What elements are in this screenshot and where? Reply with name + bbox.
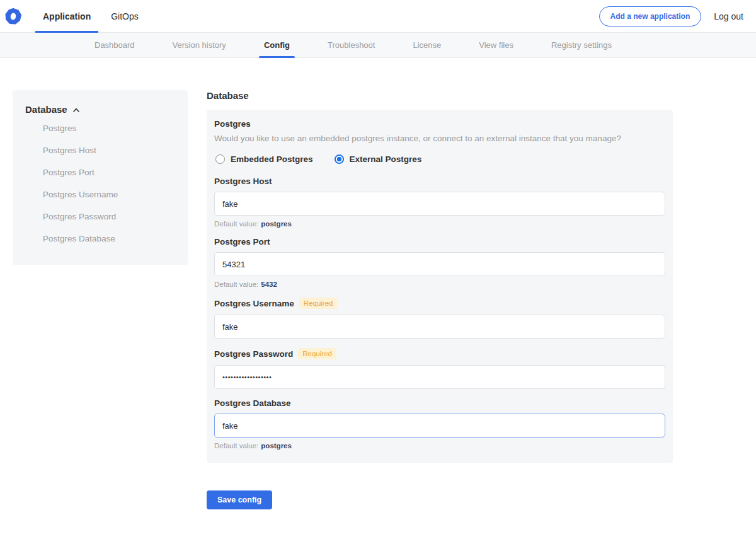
- radio-option-external-postgres[interactable]: External Postgres: [333, 154, 422, 164]
- subnav-tab-config[interactable]: Config: [259, 33, 295, 57]
- database-config-card: Postgres Would you like to use an embedd…: [207, 110, 673, 463]
- postgres-mode-radio-group: Embedded Postgres External Postgres: [214, 154, 665, 164]
- field-postgres-port: Postgres Port Default value:5432: [214, 237, 665, 288]
- tab-application[interactable]: Application: [35, 0, 98, 32]
- subnav-tab-version-history[interactable]: Version history: [168, 33, 231, 57]
- postgres-username-input[interactable]: [214, 315, 665, 339]
- config-group-title: Database: [207, 90, 673, 101]
- subnav-tab-troubleshoot[interactable]: Troubleshoot: [323, 33, 380, 57]
- top-navigation-bar: Application GitOps Add a new application…: [0, 0, 756, 33]
- save-config-button[interactable]: Save config: [207, 490, 272, 509]
- sidebar-item-postgres-host[interactable]: Postgres Host: [25, 139, 178, 161]
- add-new-application-button[interactable]: Add a new application: [599, 6, 702, 26]
- app-section-tabs: Dashboard Version history Config Trouble…: [0, 33, 756, 58]
- postgres-database-input[interactable]: [214, 414, 665, 438]
- postgres-host-default-note: Default value:postgres: [214, 220, 665, 228]
- app-logo-icon: [5, 8, 21, 25]
- embedded-postgres-radio-label: Embedded Postgres: [231, 154, 313, 164]
- postgres-help-text: Would you like to use an embedded postgr…: [214, 134, 665, 143]
- required-badge: Required: [298, 348, 336, 359]
- sidebar-group-label: Database: [25, 104, 67, 115]
- chevron-up-icon: [72, 107, 80, 114]
- external-postgres-radio[interactable]: [335, 154, 344, 164]
- postgres-username-label: Postgres Username: [214, 299, 294, 308]
- postgres-database-label: Postgres Database: [214, 398, 291, 408]
- sidebar-item-postgres-password[interactable]: Postgres Password: [25, 206, 178, 228]
- field-postgres-database: Postgres Database Default value:postgres: [214, 398, 665, 450]
- postgres-password-input[interactable]: [214, 365, 665, 389]
- field-postgres-password: Postgres Password Required: [214, 348, 665, 389]
- field-postgres-username: Postgres Username Required: [214, 298, 665, 339]
- config-page-content: Database Postgres Postgres Host Postgres…: [0, 58, 756, 519]
- config-groups-sidebar: Database Postgres Postgres Host Postgres…: [13, 90, 188, 265]
- sidebar-item-postgres-username[interactable]: Postgres Username: [25, 183, 178, 206]
- tab-gitops[interactable]: GitOps: [103, 0, 146, 32]
- top-tabs: Application GitOps: [35, 0, 146, 32]
- sidebar-item-postgres[interactable]: Postgres: [25, 117, 178, 139]
- embedded-postgres-radio[interactable]: [215, 154, 225, 164]
- subnav-tab-license[interactable]: License: [408, 33, 446, 57]
- subnav-tab-view-files[interactable]: View files: [474, 33, 518, 57]
- radio-option-embedded-postgres[interactable]: Embedded Postgres: [214, 154, 313, 164]
- subnav-tab-registry-settings[interactable]: Registry settings: [546, 33, 617, 57]
- sidebar-item-postgres-port[interactable]: Postgres Port: [25, 161, 178, 183]
- topnav-right-actions: Add a new application Log out: [599, 0, 743, 32]
- external-postgres-radio-label: External Postgres: [350, 154, 422, 164]
- field-postgres-host: Postgres Host Default value:postgres: [214, 177, 665, 228]
- postgres-password-label: Postgres Password: [214, 349, 293, 359]
- postgres-item-label: Postgres: [214, 119, 665, 129]
- postgres-database-default-note: Default value:postgres: [214, 442, 665, 450]
- sidebar-group-database[interactable]: Database: [25, 104, 178, 115]
- subnav-tab-dashboard[interactable]: Dashboard: [89, 33, 140, 57]
- config-main-column: Database Postgres Would you like to use …: [207, 90, 673, 519]
- sidebar-item-list: Postgres Postgres Host Postgres Port Pos…: [25, 117, 178, 250]
- logout-link[interactable]: Log out: [714, 11, 743, 21]
- postgres-port-input[interactable]: [214, 252, 665, 276]
- postgres-port-label: Postgres Port: [214, 237, 270, 246]
- postgres-host-label: Postgres Host: [214, 177, 272, 186]
- sidebar-item-postgres-database[interactable]: Postgres Database: [25, 228, 178, 250]
- postgres-host-input[interactable]: [214, 192, 665, 216]
- postgres-port-default-note: Default value:5432: [214, 281, 665, 288]
- required-badge: Required: [299, 298, 338, 309]
